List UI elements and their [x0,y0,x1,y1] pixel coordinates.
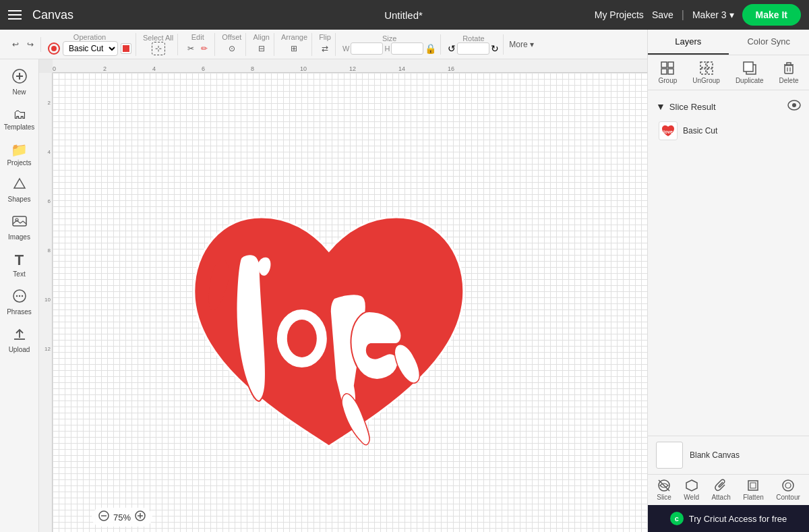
phrases-icon [12,289,27,307]
select-all-group: Select All ⊹ [139,34,178,55]
arrange-group: Arrange ⊞ [277,33,312,56]
svg-rect-28 [744,62,753,71]
slice-button[interactable]: Slice [657,479,671,501]
attach-label: Attach [711,494,730,501]
sidebar-text-label: Text [13,270,25,278]
lock-aspect-button[interactable]: 🔒 [425,43,436,54]
size-group: Size W H 🔒 [338,34,441,55]
upload-icon [12,326,27,345]
operation-group: Operation Basic Cut [44,33,136,56]
group-label: Group [659,77,678,84]
maker-selector[interactable]: Maker 3 ▾ [692,9,734,20]
svg-rect-4 [13,216,26,226]
flatten-button[interactable]: Flatten [743,479,764,501]
offset-group: Offset ⊙ [218,33,246,56]
operation-select[interactable]: Basic Cut [63,41,118,56]
svg-rect-24 [707,62,713,67]
rotate-input[interactable] [457,42,489,55]
svg-text:love: love [663,129,673,134]
ruler-left: 2 4 6 8 10 12 [39,73,53,532]
ungroup-label: UnGroup [692,77,720,84]
svg-rect-39 [750,483,756,488]
align-group: Align ⊟ [249,33,274,56]
rotate-right-button[interactable]: ↻ [491,43,499,54]
svg-marker-3 [14,179,25,188]
sidebar-item-new[interactable]: New [2,65,37,100]
design-canvas[interactable] [154,163,504,473]
sidebar-item-phrases[interactable]: Phrases [2,285,37,320]
sidebar-item-shapes[interactable]: Shapes [2,173,37,207]
zoom-minus-button[interactable] [98,510,109,524]
more-button[interactable]: More ▾ [509,40,534,49]
tab-color-sync[interactable]: Color Sync [729,30,810,55]
offset-button[interactable]: ⊙ [226,41,238,56]
rotate-group: Rotate ↺ ↻ [444,34,504,55]
duplicate-icon [742,61,757,76]
duplicate-button[interactable]: Duplicate [736,61,764,84]
sidebar-item-text[interactable]: T Text [2,247,37,282]
layer-item-basic-cut[interactable]: love Basic Cut [653,117,804,144]
select-all-button[interactable]: ⊹ [152,42,165,55]
arrange-button[interactable]: ⊞ [288,41,300,56]
sidebar-upload-label: Upload [9,346,30,353]
my-projects-link[interactable]: My Projects [595,9,644,20]
width-input[interactable] [351,42,383,55]
svg-rect-22 [668,69,673,74]
sidebar-phrases-label: Phrases [7,308,32,316]
sidebar-item-templates[interactable]: 🗂 Templates [2,102,37,135]
cricut-banner-text: Try Cricut Access for free [689,514,787,524]
sidebar-item-projects[interactable]: 📁 Projects [2,138,37,171]
make-it-button[interactable]: Make It [742,4,801,26]
flip-button[interactable]: ⇄ [319,41,331,56]
edit-label: Edit [191,33,204,41]
visibility-toggle[interactable] [787,100,801,113]
sidebar-item-images[interactable]: Images [2,210,37,245]
delete-icon [781,61,796,76]
size-label: Size [382,34,396,42]
sidebar-item-upload[interactable]: Upload [2,322,37,357]
weld-button[interactable]: Weld [684,479,699,501]
app-title: Canvas [32,8,212,22]
edit-color[interactable]: ✏ [198,41,210,56]
svg-rect-38 [748,481,758,490]
flip-group: Flip ⇄ [315,33,336,56]
svg-point-7 [16,295,17,297]
slice-label: Slice [657,494,671,501]
contour-button[interactable]: Contour [776,479,800,501]
weld-label: Weld [684,494,699,501]
blank-canvas-thumbnail [656,442,683,469]
svg-point-41 [785,483,791,488]
delete-button[interactable]: Delete [779,61,799,84]
edit-button[interactable]: ✂ [185,41,197,56]
align-label: Align [253,33,269,41]
bottom-actions: Slice Weld Attach Flatten [648,474,809,505]
panel-toolbar: Group UnGroup Duplicate [648,55,809,90]
flatten-icon [746,479,760,492]
weld-icon [685,479,698,492]
layers-content: ▼ Slice Result love Basic Cut [648,90,809,436]
canvas-area[interactable]: 0 2 4 6 8 10 12 14 16 2 4 6 8 10 12 [39,59,647,532]
undo-button[interactable]: ↩ [9,37,22,52]
height-input[interactable] [391,42,423,55]
sidebar-new-label: New [12,88,26,96]
svg-point-33 [792,103,796,107]
attach-button[interactable]: Attach [711,479,730,501]
menu-icon[interactable] [8,10,22,20]
save-button[interactable]: Save [652,9,673,20]
rotate-label: Rotate [462,34,484,42]
blank-canvas-row: Blank Canvas [648,436,809,474]
tab-layers[interactable]: Layers [648,30,729,55]
group-icon [660,61,675,76]
zoom-plus-button[interactable] [135,510,146,524]
align-button[interactable]: ⊟ [256,41,268,56]
operation-color[interactable] [121,43,131,54]
redo-button[interactable]: ↪ [24,37,36,52]
text-icon: T [15,252,24,269]
rotate-left-button[interactable]: ↺ [448,43,456,54]
ungroup-button[interactable]: UnGroup [692,61,720,84]
ungroup-icon [699,61,714,76]
cricut-banner[interactable]: c Try Cricut Access for free [648,505,809,532]
svg-point-9 [21,295,22,297]
group-button[interactable]: Group [659,61,678,84]
top-navbar: Canvas Untitled* My Projects Save | Make… [0,0,809,30]
